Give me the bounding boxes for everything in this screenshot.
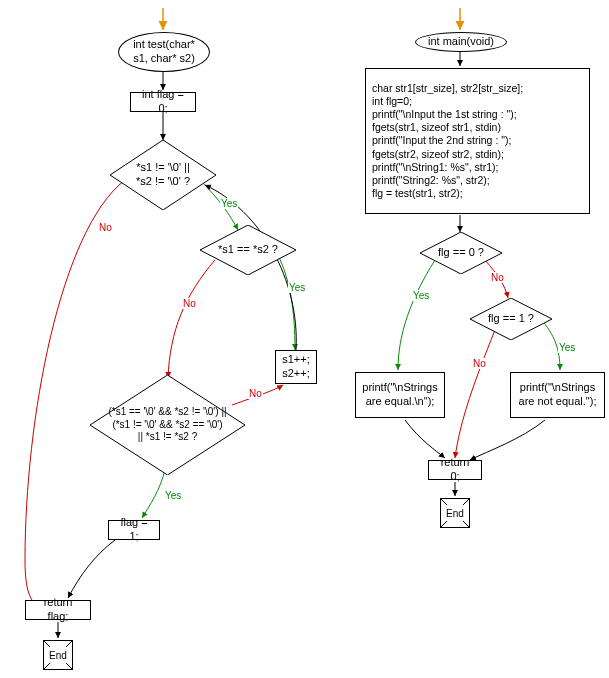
stmt-main-body: char str1[str_size], str2[str_size]; int… [365, 68, 590, 214]
cond-eq: *s1 == *s2 ? [200, 225, 296, 275]
text: s1++; s2++; [282, 353, 310, 381]
cond-flg1: flg == 1 ? [470, 298, 552, 340]
stmt-return-0: return 0; [428, 460, 482, 480]
text: char str1[str_size], str2[str_size]; int… [372, 82, 523, 200]
text: (*s1 == '\0' && *s2 != '\0') || (*s1 != … [103, 404, 233, 446]
label-yes: Yes [288, 282, 306, 293]
stmt-return-flag: return flag; [25, 600, 91, 620]
cond-loop: *s1 != '\0' || *s2 != '\0' ? [110, 140, 216, 210]
text: flg == 1 ? [486, 310, 536, 328]
stmt-set-flag: flag = 1; [108, 520, 160, 540]
cond-big: (*s1 == '\0' && *s2 != '\0') || (*s1 != … [90, 375, 245, 475]
text: int main(void) [428, 35, 494, 49]
text: End [447, 505, 463, 521]
func-main-signature: int main(void) [415, 32, 507, 52]
label-yes: Yes [412, 290, 430, 301]
text: End [50, 647, 66, 663]
label-yes: Yes [220, 198, 238, 209]
text: *s1 != '\0' || *s2 != '\0' ? [134, 159, 192, 191]
label-no: No [248, 388, 263, 399]
text: int flag = 0; [137, 88, 189, 116]
label-no: No [472, 358, 487, 369]
label-yes: Yes [558, 342, 576, 353]
text: printf("\nStrings are equal.\n"); [362, 381, 438, 409]
text: flag = 1; [115, 516, 153, 544]
func-test-signature: int test(char* s1, char* s2) [118, 32, 210, 72]
end-right: End [440, 498, 470, 528]
stmt-print-neq: printf("\nStrings are not equal."); [510, 372, 605, 418]
cond-flg0: flg == 0 ? [420, 232, 502, 274]
text: return 0; [435, 456, 475, 484]
text: int test(char* s1, char* s2) [127, 38, 201, 66]
label-no: No [98, 222, 113, 233]
text: printf("\nStrings are not equal."); [517, 381, 598, 409]
stmt-print-eq: printf("\nStrings are equal.\n"); [355, 372, 445, 418]
stmt-flag-init: int flag = 0; [130, 92, 196, 112]
text: *s1 == *s2 ? [216, 241, 280, 259]
end-left: End [43, 640, 73, 670]
text: return flag; [32, 596, 84, 624]
label-no: No [182, 298, 197, 309]
label-yes: Yes [164, 490, 182, 501]
stmt-increment: s1++; s2++; [275, 350, 317, 384]
text: flg == 0 ? [436, 244, 486, 262]
